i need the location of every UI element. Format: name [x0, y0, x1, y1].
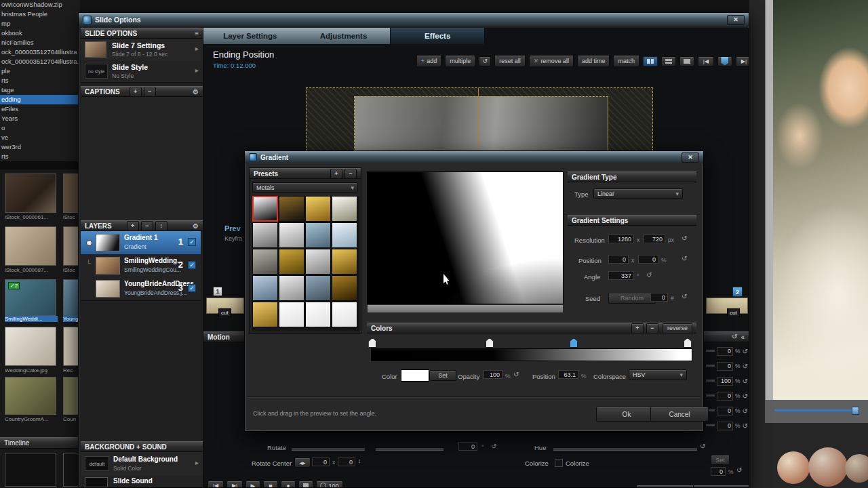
updown-icon[interactable]: ↕ — [358, 458, 361, 464]
captions-list[interactable] — [81, 97, 203, 220]
preview-slider-handle[interactable] — [852, 407, 859, 415]
adjustment-value[interactable]: 0 — [717, 347, 733, 356]
rotate-slider-start[interactable] — [292, 447, 365, 451]
add-caption-icon[interactable]: + — [130, 87, 142, 97]
cancel-button[interactable]: Cancel — [693, 485, 749, 488]
gradient-preset-swatch[interactable] — [305, 222, 331, 248]
undo-icon[interactable]: ↺ — [513, 371, 519, 378]
multiple-button[interactable]: multiple — [445, 55, 475, 67]
cut-transition-label[interactable]: cut — [218, 308, 231, 317]
tab-adjustments[interactable]: Adjustments — [297, 28, 391, 44]
gear-icon[interactable]: ⚙ — [193, 88, 199, 96]
reset-all-button[interactable]: reset all — [494, 55, 526, 67]
gradient-preset-swatch[interactable] — [332, 249, 357, 274]
rotate-center-x[interactable]: 0 — [312, 458, 330, 466]
stop-color-swatch[interactable] — [401, 369, 429, 382]
match-button[interactable]: match — [613, 55, 639, 67]
remove-caption-icon[interactable]: − — [144, 87, 156, 97]
dialog-titlebar[interactable]: Gradient ✕ — [245, 151, 703, 163]
rotate-slider-end[interactable] — [376, 447, 443, 451]
adjustment-slider[interactable] — [706, 365, 715, 367]
undo-icon[interactable]: ↺ — [732, 333, 737, 340]
undo-icon[interactable]: ↺ — [491, 443, 496, 450]
rotate-center-arrows[interactable]: ◂▸ — [294, 458, 311, 468]
file-item[interactable]: hristmas People — [0, 9, 80, 19]
gradient-preset-swatch[interactable] — [332, 275, 357, 301]
view-single-icon[interactable] — [679, 56, 694, 66]
slide-settings-row[interactable]: Slide 7 Settings Slide 7 of 8 - 12.0 sec… — [81, 39, 203, 61]
gradient-preset-swatch[interactable] — [279, 275, 304, 301]
file-item[interactable]: ple — [0, 66, 80, 76]
gradient-preset-swatch[interactable] — [305, 302, 331, 327]
add-stop-icon[interactable]: + — [631, 323, 644, 333]
file-item[interactable]: rts — [0, 152, 80, 161]
layer-row-young-bride[interactable]: YoungBrideAndDress YoungBrideAndDress.j.… — [81, 277, 201, 301]
file-item[interactable]: okbook — [0, 28, 80, 38]
gradient-color-bar[interactable] — [371, 348, 692, 361]
layer-visibility-checkbox[interactable]: ✓ — [188, 261, 196, 269]
adjustment-slider[interactable] — [706, 394, 715, 397]
undo-icon[interactable]: ↺ — [700, 443, 705, 450]
slide-sound-row[interactable]: Slide Sound — [81, 475, 203, 488]
preview-scroll-strip[interactable] — [367, 304, 564, 313]
gradient-stop-marker[interactable] — [684, 338, 692, 348]
file-item[interactable]: Years — [0, 114, 80, 123]
adjustment-slider[interactable] — [706, 424, 715, 427]
reorder-layer-icon[interactable]: ↕ — [155, 221, 167, 231]
resolution-height[interactable]: 720 — [644, 235, 665, 243]
gradient-preset-swatch[interactable] — [252, 196, 278, 222]
file-item[interactable]: rts — [0, 76, 80, 85]
gradient-preset-swatch[interactable] — [332, 302, 357, 327]
file-item[interactable]: tage — [0, 85, 80, 95]
view-split-icon[interactable] — [643, 56, 658, 66]
grid-view-icon[interactable] — [298, 481, 313, 488]
colorspace-dropdown[interactable]: HSV ▾ — [629, 369, 687, 380]
colorize-set-button[interactable]: Set — [711, 455, 730, 465]
gradient-preset-swatch[interactable] — [305, 249, 331, 274]
undo-icon[interactable]: ↺ — [646, 272, 652, 279]
add-layer-icon[interactable]: + — [127, 221, 139, 231]
layer-visibility-checkbox[interactable]: ✓ — [188, 238, 196, 246]
gradient-preset-swatch[interactable] — [252, 275, 278, 301]
preview-slider-track[interactable] — [774, 409, 854, 411]
window-titlebar[interactable]: Slide Options ✕ — [79, 13, 749, 26]
protect-shield-icon[interactable] — [717, 56, 732, 66]
gradient-preset-swatch[interactable] — [332, 222, 357, 248]
gradient-preview[interactable] — [367, 171, 564, 304]
photo-thumbnail[interactable] — [5, 377, 56, 415]
adjustment-value[interactable]: 0 — [717, 422, 733, 430]
file-item[interactable]: ock_000003512704Illustra.zip — [0, 57, 80, 66]
gradient-preset-swatch[interactable] — [332, 196, 357, 222]
file-item[interactable]: edding — [0, 95, 80, 104]
file-item[interactable]: ock_000003512704Illustra — [0, 47, 80, 57]
undo-icon[interactable]: ↺ — [479, 56, 491, 66]
file-item[interactable]: wer3rd — [0, 142, 80, 152]
layer-row-smiling-wedding[interactable]: └ SmilingWedding... SmilingWeddingCou...… — [81, 254, 201, 278]
position-y[interactable]: 0 — [638, 255, 658, 264]
adjustment-value[interactable]: 0 — [717, 407, 733, 415]
file-item[interactable]: mp — [0, 19, 80, 28]
prev-slide-icon[interactable]: |◀ — [698, 56, 714, 66]
gradient-stops-track[interactable] — [371, 338, 692, 348]
resolution-width[interactable]: 1280 — [608, 235, 634, 243]
tab-layer-settings[interactable]: Layer Settings — [203, 28, 297, 44]
reverse-button[interactable]: reverse — [663, 323, 692, 333]
gradient-preset-swatch[interactable] — [252, 249, 278, 274]
undo-icon[interactable]: ↺ — [743, 407, 748, 415]
last-frame-icon[interactable]: ▶| — [226, 481, 243, 488]
view-rows-icon[interactable] — [661, 56, 676, 66]
file-item[interactable]: nicFamilies — [0, 38, 80, 47]
add-keyframe-button[interactable]: +add — [416, 55, 441, 67]
gradient-stop-marker[interactable] — [368, 338, 376, 348]
cut-transition-label[interactable]: cut — [727, 308, 740, 317]
dialog-close-icon[interactable]: ✕ — [682, 152, 699, 163]
stop-position-value[interactable]: 63.1 — [558, 370, 578, 379]
file-item[interactable]: ve — [0, 133, 80, 142]
close-icon[interactable]: ✕ — [727, 15, 745, 25]
remove-preset-icon[interactable]: − — [344, 169, 357, 179]
file-item[interactable]: oWIconWShadow.zip — [0, 0, 80, 9]
add-time-button[interactable]: add time — [577, 55, 610, 67]
tab-effects[interactable]: Effects — [390, 28, 485, 44]
hue-slider[interactable] — [553, 447, 697, 451]
undo-icon[interactable]: ↺ — [682, 293, 687, 300]
